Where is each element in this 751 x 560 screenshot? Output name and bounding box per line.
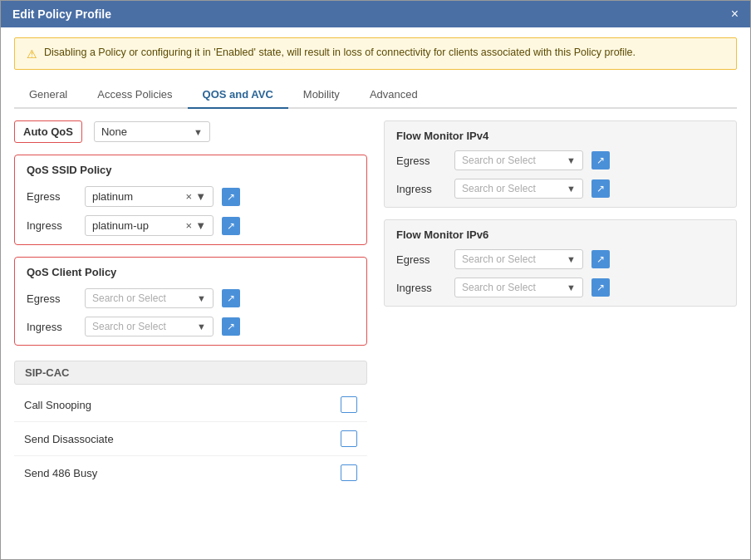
warning-bar: ⚠ Disabling a Policy or configuring it i… bbox=[14, 37, 737, 70]
qos-client-policy-box: QoS Client Policy Egress Search or Selec… bbox=[14, 257, 367, 346]
ipv4-egress-select[interactable]: Search or Select ▼ bbox=[454, 150, 583, 170]
client-egress-row: Egress Search or Select ▼ ↗ bbox=[27, 288, 355, 308]
ssid-ingress-controls: × ▼ bbox=[186, 219, 206, 232]
ssid-ingress-select[interactable]: platinum-up × ▼ bbox=[85, 215, 214, 236]
ipv4-egress-arrow: ▼ bbox=[567, 155, 576, 165]
ipv6-ingress-placeholder: Search or Select bbox=[462, 282, 536, 293]
flow-monitor-ipv4-section: Flow Monitor IPv4 Egress Search or Selec… bbox=[384, 120, 737, 208]
ipv4-ingress-placeholder: Search or Select bbox=[462, 183, 536, 194]
ipv6-egress-arrow: ▼ bbox=[567, 254, 576, 264]
ipv6-egress-edit-icon[interactable]: ↗ bbox=[591, 250, 610, 268]
warning-text: Disabling a Policy or configuring it in … bbox=[44, 47, 636, 58]
tab-qos-avc[interactable]: QOS and AVC bbox=[188, 81, 288, 109]
right-column: Flow Monitor IPv4 Egress Search or Selec… bbox=[384, 120, 737, 548]
call-snooping-row: Call Snooping bbox=[14, 388, 367, 422]
ssid-egress-controls: × ▼ bbox=[186, 190, 206, 203]
ssid-ingress-label: Ingress bbox=[27, 219, 76, 232]
tab-general[interactable]: General bbox=[14, 81, 82, 109]
warning-icon: ⚠ bbox=[27, 47, 37, 61]
tab-advanced[interactable]: Advanced bbox=[355, 81, 433, 109]
ssid-ingress-row: Ingress platinum-up × ▼ ↗ bbox=[27, 215, 355, 236]
client-ingress-arrow: ▼ bbox=[197, 322, 206, 332]
ipv6-ingress-arrow: ▼ bbox=[567, 282, 576, 292]
ipv6-ingress-row: Ingress Search or Select ▼ ↗ bbox=[396, 278, 724, 297]
auto-qos-value: None bbox=[101, 125, 127, 138]
flow-monitor-ipv6-section: Flow Monitor IPv6 Egress Search or Selec… bbox=[384, 219, 737, 307]
ssid-egress-arrow: ▼ bbox=[195, 190, 206, 203]
modal-header: Edit Policy Profile × bbox=[1, 1, 750, 27]
client-ingress-select[interactable]: Search or Select ▼ bbox=[85, 317, 214, 336]
ssid-ingress-edit-icon[interactable]: ↗ bbox=[222, 217, 240, 235]
qos-ssid-policy-box: QoS SSID Policy Egress platinum × ▼ ↗ In… bbox=[14, 155, 367, 245]
send-disassociate-row: Send Disassociate bbox=[14, 422, 367, 456]
send-486-busy-checkbox[interactable] bbox=[341, 464, 357, 481]
ipv4-ingress-row: Ingress Search or Select ▼ ↗ bbox=[396, 179, 724, 199]
ipv4-egress-row: Egress Search or Select ▼ ↗ bbox=[396, 150, 724, 170]
close-button[interactable]: × bbox=[731, 7, 739, 21]
content-area: Auto QoS None ▼ QoS SSID Policy Egress p… bbox=[1, 109, 750, 559]
send-486-busy-label: Send 486 Busy bbox=[24, 467, 97, 479]
auto-qos-label: Auto QoS bbox=[14, 120, 82, 143]
auto-qos-row: Auto QoS None ▼ bbox=[14, 120, 367, 143]
left-column: Auto QoS None ▼ QoS SSID Policy Egress p… bbox=[14, 120, 367, 548]
ssid-egress-select[interactable]: platinum × ▼ bbox=[85, 186, 214, 207]
client-ingress-label: Ingress bbox=[27, 321, 76, 333]
sip-cac-header: SIP-CAC bbox=[14, 361, 367, 385]
ipv4-egress-label: Egress bbox=[396, 155, 446, 167]
client-ingress-edit-icon[interactable]: ↗ bbox=[222, 317, 240, 336]
ipv4-egress-edit-icon[interactable]: ↗ bbox=[591, 151, 610, 169]
ssid-ingress-clear[interactable]: × bbox=[186, 219, 193, 232]
ssid-egress-label: Egress bbox=[27, 190, 76, 203]
ipv4-ingress-arrow: ▼ bbox=[567, 184, 576, 194]
tab-access-policies[interactable]: Access Policies bbox=[82, 81, 187, 109]
ssid-ingress-arrow: ▼ bbox=[195, 219, 206, 232]
client-ingress-placeholder: Search or Select bbox=[92, 321, 166, 332]
client-egress-edit-icon[interactable]: ↗ bbox=[222, 289, 240, 307]
ipv6-ingress-label: Ingress bbox=[396, 282, 446, 294]
tabs-bar: General Access Policies QOS and AVC Mobi… bbox=[14, 81, 737, 109]
ipv6-egress-label: Egress bbox=[396, 253, 446, 266]
qos-ssid-policy-title: QoS SSID Policy bbox=[27, 164, 355, 176]
ssid-egress-edit-icon[interactable]: ↗ bbox=[222, 188, 240, 206]
call-snooping-label: Call Snooping bbox=[24, 399, 91, 411]
ipv6-ingress-edit-icon[interactable]: ↗ bbox=[591, 278, 610, 297]
qos-client-policy-title: QoS Client Policy bbox=[27, 266, 355, 278]
send-disassociate-label: Send Disassociate bbox=[24, 433, 114, 445]
flow-monitor-ipv4-title: Flow Monitor IPv4 bbox=[396, 130, 724, 142]
client-egress-arrow: ▼ bbox=[197, 293, 206, 303]
auto-qos-arrow: ▼ bbox=[194, 127, 203, 137]
client-egress-placeholder: Search or Select bbox=[92, 292, 166, 304]
ipv6-egress-select[interactable]: Search or Select ▼ bbox=[454, 249, 583, 269]
flow-monitor-ipv6-title: Flow Monitor IPv6 bbox=[396, 228, 724, 241]
ipv6-egress-row: Egress Search or Select ▼ ↗ bbox=[396, 249, 724, 269]
auto-qos-select[interactable]: None ▼ bbox=[94, 121, 210, 142]
ssid-egress-value: platinum bbox=[92, 190, 133, 203]
tab-mobility[interactable]: Mobility bbox=[288, 81, 355, 109]
client-egress-select[interactable]: Search or Select ▼ bbox=[85, 288, 214, 308]
ssid-ingress-value: platinum-up bbox=[92, 219, 149, 232]
ipv4-ingress-edit-icon[interactable]: ↗ bbox=[591, 179, 610, 198]
ipv4-egress-placeholder: Search or Select bbox=[462, 155, 536, 166]
send-486-busy-row: Send 486 Busy bbox=[14, 456, 367, 489]
ssid-egress-clear[interactable]: × bbox=[186, 190, 193, 203]
ipv6-egress-placeholder: Search or Select bbox=[462, 253, 536, 265]
ssid-egress-row: Egress platinum × ▼ ↗ bbox=[27, 186, 355, 207]
sip-cac-section: SIP-CAC Call Snooping Send Disassociate … bbox=[14, 361, 367, 489]
call-snooping-checkbox[interactable] bbox=[341, 396, 357, 413]
send-disassociate-checkbox[interactable] bbox=[341, 430, 357, 447]
ipv4-ingress-select[interactable]: Search or Select ▼ bbox=[454, 179, 583, 199]
ipv4-ingress-label: Ingress bbox=[396, 183, 446, 195]
ipv6-ingress-select[interactable]: Search or Select ▼ bbox=[454, 278, 583, 297]
client-ingress-row: Ingress Search or Select ▼ ↗ bbox=[27, 317, 355, 336]
client-egress-label: Egress bbox=[27, 292, 76, 305]
modal-title: Edit Policy Profile bbox=[12, 7, 111, 21]
